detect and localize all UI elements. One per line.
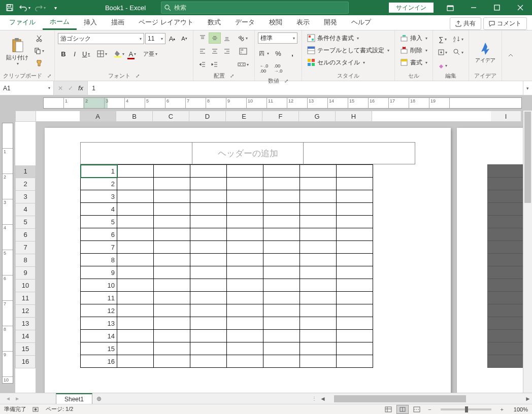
row-header[interactable]: 5 [15, 216, 36, 229]
align-top-button[interactable] [196, 32, 209, 44]
cell[interactable] [117, 203, 154, 216]
cell[interactable] [154, 304, 190, 317]
cell[interactable] [190, 165, 227, 178]
scroll-right[interactable]: ► [524, 395, 532, 402]
cell[interactable] [227, 292, 263, 304]
cell[interactable] [300, 165, 337, 178]
cell[interactable] [300, 330, 337, 342]
cell[interactable] [154, 355, 190, 368]
cell-grid[interactable]: 12345678910111213141516 [80, 164, 373, 368]
cell[interactable] [227, 178, 263, 190]
cell[interactable] [190, 266, 227, 279]
cell[interactable] [227, 190, 263, 203]
cell[interactable] [300, 292, 337, 304]
cell[interactable] [117, 178, 154, 190]
cell[interactable] [190, 355, 227, 368]
cell[interactable] [190, 178, 227, 190]
column-header[interactable]: A [80, 111, 116, 121]
cell[interactable] [227, 228, 263, 241]
column-header[interactable]: D [189, 111, 226, 121]
cell[interactable] [337, 304, 373, 317]
cell[interactable] [263, 228, 300, 241]
cell[interactable] [227, 317, 263, 330]
align-right-button[interactable] [221, 46, 233, 57]
cell[interactable] [300, 355, 337, 368]
cell[interactable] [337, 254, 373, 266]
cell[interactable] [154, 178, 190, 190]
select-all-corner[interactable] [16, 111, 36, 121]
cell[interactable] [263, 190, 300, 203]
cell[interactable] [154, 241, 190, 254]
tab-data[interactable]: データ [228, 15, 262, 30]
cell[interactable] [488, 178, 524, 190]
format-painter-button[interactable] [34, 58, 45, 68]
cell[interactable] [337, 342, 373, 355]
row-header[interactable]: 10 [15, 280, 36, 292]
cell[interactable]: 4 [81, 203, 117, 216]
cell[interactable] [190, 216, 227, 228]
comment-button[interactable]: コメント [483, 17, 527, 30]
cell[interactable] [488, 241, 524, 254]
cell[interactable] [263, 292, 300, 304]
cell[interactable]: 9 [81, 266, 117, 279]
cell[interactable] [488, 190, 524, 203]
column-header[interactable]: C [153, 111, 189, 121]
cell[interactable] [300, 279, 337, 292]
cell[interactable] [488, 317, 524, 330]
alignment-launcher[interactable]: ⤢ [230, 73, 234, 79]
cell[interactable] [337, 178, 373, 190]
header-right[interactable] [303, 142, 415, 164]
align-middle-button[interactable] [209, 32, 221, 44]
cell[interactable] [263, 254, 300, 266]
column-header[interactable]: E [226, 111, 262, 121]
cell[interactable] [154, 254, 190, 266]
zoom-in-button[interactable]: + [501, 406, 504, 412]
cell[interactable] [227, 279, 263, 292]
column-header[interactable]: F [262, 111, 299, 121]
name-box[interactable]: A1▾ [0, 81, 54, 95]
header-center[interactable]: ヘッダーの追加 [192, 142, 304, 164]
cell[interactable] [300, 266, 337, 279]
cancel-formula-button[interactable]: ✕ [58, 85, 63, 92]
vertical-scrollbar[interactable] [523, 111, 532, 394]
minimize-button[interactable] [462, 0, 485, 15]
cell[interactable] [300, 203, 337, 216]
cell[interactable] [117, 330, 154, 342]
bold-button[interactable]: B [58, 48, 69, 59]
format-cells-button[interactable]: 書式▾ [398, 57, 429, 68]
cell-grid-2[interactable] [487, 164, 524, 368]
tab-file[interactable]: ファイル [2, 15, 43, 30]
cell[interactable] [154, 330, 190, 342]
insert-cells-button[interactable]: 挿入▾ [398, 32, 429, 44]
redo-button[interactable]: ▾ [34, 1, 47, 14]
font-size-select[interactable]: 11▾ [145, 33, 165, 44]
cell[interactable] [337, 266, 373, 279]
expand-formula-bar[interactable]: ▾ [523, 81, 532, 95]
cell[interactable] [337, 216, 373, 228]
maximize-button[interactable] [485, 0, 509, 15]
cell[interactable]: 10 [81, 279, 117, 292]
cell[interactable]: 7 [81, 241, 117, 254]
cell[interactable] [263, 342, 300, 355]
clipboard-launcher[interactable]: ⤢ [47, 73, 51, 79]
cell[interactable]: 11 [81, 292, 117, 304]
header-left[interactable] [80, 142, 192, 164]
sheet-nav[interactable]: ◄ ► [0, 396, 25, 401]
cell[interactable] [154, 203, 190, 216]
cell[interactable]: 5 [81, 216, 117, 228]
cell[interactable] [190, 330, 227, 342]
cell[interactable]: 3 [81, 190, 117, 203]
cell[interactable] [154, 279, 190, 292]
row-header[interactable]: 1 [15, 165, 36, 178]
row-header[interactable]: 2 [15, 178, 36, 191]
cell[interactable] [337, 355, 373, 368]
cell[interactable] [154, 317, 190, 330]
row-header[interactable]: 7 [15, 242, 36, 254]
italic-button[interactable]: I [69, 48, 80, 59]
cell[interactable] [300, 241, 337, 254]
cell[interactable] [227, 165, 263, 178]
cell[interactable]: 1 [81, 165, 117, 178]
cell[interactable] [300, 254, 337, 266]
cell[interactable] [190, 203, 227, 216]
cell[interactable] [488, 355, 524, 368]
